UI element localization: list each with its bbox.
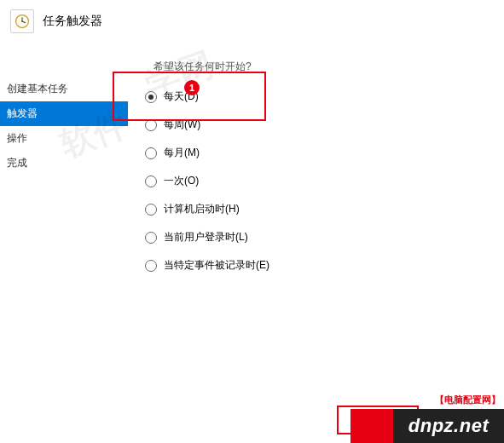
wizard-sidebar: 创建基本任务 触发器 操作 完成 [0, 43, 128, 443]
radio-weekly[interactable]: 每周(W) [145, 116, 495, 134]
trigger-radio-group: 每天(D) 每周(W) 每月(M) 一次(O) 计算机启动时(H) [145, 88, 495, 274]
watermark-text: dnpz.net [408, 415, 489, 437]
radio-icon [145, 91, 157, 103]
radio-icon [145, 204, 157, 216]
radio-icon [145, 260, 157, 272]
titlebar: 任务触发器 [0, 0, 504, 43]
clock-icon [10, 9, 34, 33]
radio-icon [145, 147, 157, 159]
radio-monthly[interactable]: 每月(M) [145, 144, 495, 162]
radio-label: 每周(W) [164, 118, 200, 132]
watermark-body: dnpz.net [393, 409, 504, 443]
sidebar-item-create-task[interactable]: 创建基本任务 [0, 77, 128, 101]
radio-label: 当特定事件被记录时(E) [164, 258, 269, 273]
radio-label: 每月(M) [164, 146, 200, 160]
content-area: 创建基本任务 触发器 操作 完成 希望该任务何时开始? 每天(D) 每周(W) … [0, 43, 504, 443]
radio-on-event[interactable]: 当特定事件被记录时(E) [145, 256, 495, 274]
window-title: 任务触发器 [43, 14, 102, 29]
sidebar-item-trigger[interactable]: 触发器 [0, 101, 128, 126]
radio-label: 当前用户登录时(L) [164, 230, 248, 245]
annotation-badge-1: 1 [184, 80, 200, 95]
radio-label: 一次(O) [164, 174, 199, 188]
radio-icon [145, 119, 157, 131]
svg-point-3 [21, 20, 23, 22]
radio-on-boot[interactable]: 计算机启动时(H) [145, 200, 495, 218]
radio-icon [145, 232, 157, 244]
main-panel: 希望该任务何时开始? 每天(D) 每周(W) 每月(M) 一次(O) [128, 43, 504, 443]
radio-on-logon[interactable]: 当前用户登录时(L) [145, 228, 495, 246]
site-watermark: 【电脑配置网】 dnpz.net [350, 409, 504, 443]
sidebar-item-finish[interactable]: 完成 [0, 151, 128, 175]
sidebar-item-action[interactable]: 操作 [0, 126, 128, 151]
watermark-caption: 【电脑配置网】 [435, 394, 501, 406]
task-trigger-window: 学网 软件 任务触发器 创建基本任务 触发器 操作 完成 希望该任务何时开始? [0, 0, 504, 443]
radio-label: 计算机启动时(H) [164, 202, 240, 216]
radio-once[interactable]: 一次(O) [145, 172, 495, 190]
prompt-text: 希望该任务何时开始? [154, 60, 495, 74]
radio-icon [145, 175, 157, 187]
